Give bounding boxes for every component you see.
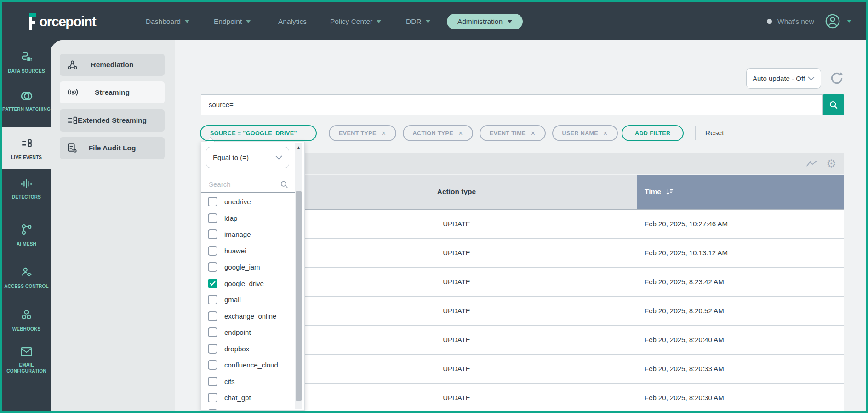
subnav-remediation[interactable]: Remediation (60, 54, 165, 76)
source-option[interactable]: chat_gpt (201, 390, 295, 406)
source-option[interactable]: imanage (201, 226, 295, 243)
source-option[interactable]: google_iam (201, 259, 295, 275)
checkbox[interactable] (208, 311, 217, 321)
time-cell: Feb 20, 2025, 8:20:30 AM (637, 384, 844, 411)
secondary-sidebar: Remediation Streaming Extended Streaming… (51, 40, 175, 411)
sidebar-item-detectors[interactable]: DETECTORS (2, 178, 51, 201)
source-option[interactable]: exchange_online (201, 308, 295, 325)
checkbox[interactable] (208, 295, 217, 304)
collapse-filter-icon[interactable]: − (302, 128, 307, 137)
sidebar-item-webhooks[interactable]: WEBHOOKS (2, 309, 51, 333)
trend-chart-icon[interactable] (806, 160, 818, 168)
source-option[interactable]: gmail (201, 292, 295, 308)
add-filter-button[interactable]: ADD FILTER (622, 125, 684, 141)
filter-chip[interactable]: ACTION TYPE × (403, 125, 473, 141)
chevron-down-icon (275, 155, 282, 160)
email-icon (20, 346, 33, 359)
data-sources-icon (20, 51, 33, 65)
nav-dashboard[interactable]: Dashboard (146, 2, 189, 40)
chevron-down-icon (377, 20, 381, 23)
remove-filter-icon[interactable]: × (531, 129, 536, 138)
operator-select[interactable]: Equal to (=) (206, 147, 289, 168)
time-cell: Feb 20, 2025, 8:20:52 AM (637, 297, 844, 325)
source-option[interactable] (201, 406, 295, 411)
access-control-icon (20, 266, 33, 280)
nav-administration[interactable]: Administration (447, 14, 523, 29)
source-option[interactable]: cifs (201, 373, 295, 390)
checkbox[interactable] (208, 344, 217, 354)
sidebar-item-pattern-matching[interactable]: PATTERN MATCHING (2, 91, 51, 113)
file-audit-log-icon (67, 143, 78, 154)
checkbox[interactable] (208, 360, 217, 370)
account-avatar[interactable] (825, 13, 840, 29)
source-option[interactable]: endpoint (201, 324, 295, 341)
column-header-time[interactable]: Time (637, 175, 844, 209)
chevron-down-icon (426, 20, 430, 23)
filter-chips: EVENT TYPE × ACTION TYPE × EVENT TIME × … (329, 125, 618, 141)
subnav-file-audit-log[interactable]: File Audit Log (60, 137, 165, 159)
chevron-down-icon (185, 20, 189, 23)
notification-dot-icon (767, 19, 772, 24)
sidebar-item-ai-mesh[interactable]: AI MESH (2, 224, 51, 247)
checkbox[interactable] (208, 377, 217, 386)
search-icon (828, 100, 839, 110)
checkbox[interactable] (208, 393, 217, 402)
source-option[interactable]: dropbox (201, 341, 295, 357)
scrollbar-thumb[interactable] (296, 191, 302, 401)
time-cell: Feb 20, 2025, 8:20:40 AM (637, 326, 844, 354)
checkbox[interactable] (208, 213, 217, 223)
option-search-input[interactable] (208, 180, 276, 189)
checkbox[interactable] (208, 409, 217, 411)
source-option[interactable]: ldap (201, 210, 295, 227)
filter-chip[interactable]: EVENT TIME × (480, 125, 546, 141)
remove-filter-icon[interactable]: × (458, 129, 463, 138)
scroll-up-icon[interactable]: ▲ (295, 144, 302, 151)
remove-filter-icon[interactable]: × (603, 129, 608, 138)
gear-icon[interactable]: ⚙ (826, 158, 836, 169)
query-input[interactable] (208, 100, 806, 109)
auto-update-select[interactable]: Auto update - Off (746, 68, 821, 89)
chevron-down-icon (508, 20, 512, 23)
nav-ddr[interactable]: DDR (406, 2, 430, 40)
checkbox[interactable] (208, 279, 217, 288)
sidebar-item-access-control[interactable]: ACCESS CONTROL (2, 266, 51, 290)
checkbox[interactable] (208, 229, 217, 239)
source-option[interactable]: onedrive (201, 194, 295, 210)
refresh-button[interactable] (829, 71, 844, 86)
checkbox[interactable] (208, 197, 217, 206)
filter-chip[interactable]: EVENT TYPE × (329, 125, 396, 141)
logo-f-glyph (29, 13, 39, 30)
source-option[interactable]: google_drive (201, 275, 295, 292)
sidebar-item-email-configuration[interactable]: EMAIL CONFIGURATION (2, 346, 51, 374)
filter-chip-source[interactable]: SOURCE = "GOOGLE_DRIVE" − (200, 125, 317, 141)
subnav-streaming[interactable]: Streaming (60, 81, 165, 103)
source-filter-panel: Equal to (=) onedrive (201, 142, 305, 411)
sort-descending-icon (666, 188, 674, 196)
nav-endpoint[interactable]: Endpoint (214, 2, 251, 40)
query-bar (201, 94, 823, 115)
reset-link[interactable]: Reset (705, 129, 724, 137)
checkbox[interactable] (208, 327, 217, 337)
subnav-extended-streaming[interactable]: Extended Streaming (60, 109, 165, 132)
nav-policy-center[interactable]: Policy Center (330, 2, 381, 40)
top-navbar: orcepoint Dashboard Endpoint Analytics P… (2, 2, 866, 40)
filter-chip[interactable]: USER NAME × (552, 125, 618, 141)
whats-new-link[interactable]: What's new (767, 2, 814, 40)
checkbox[interactable] (208, 262, 217, 272)
search-button[interactable] (823, 94, 844, 115)
sidebar-item-data-sources[interactable]: DATA SOURCES (2, 51, 51, 75)
remove-filter-icon[interactable]: × (382, 129, 386, 138)
nav-analytics[interactable]: Analytics (278, 2, 307, 40)
time-cell: Feb 20, 2025, 10:13:12 AM (637, 239, 844, 267)
panel-scrollbar: ▲ (295, 143, 302, 409)
user-icon (825, 13, 840, 29)
source-option[interactable]: huawei (201, 243, 295, 259)
source-option[interactable]: confluence_cloud (201, 357, 295, 373)
logo-text: orcepoint (39, 13, 96, 30)
checkbox[interactable] (208, 246, 217, 256)
time-cell: Feb 20, 2025, 10:27:46 AM (637, 210, 844, 238)
sidebar-item-live-events[interactable]: LIVE EVENTS (2, 127, 51, 169)
account-menu-chevron-icon[interactable] (847, 20, 851, 23)
webhooks-icon (20, 309, 33, 323)
divider (695, 126, 696, 140)
